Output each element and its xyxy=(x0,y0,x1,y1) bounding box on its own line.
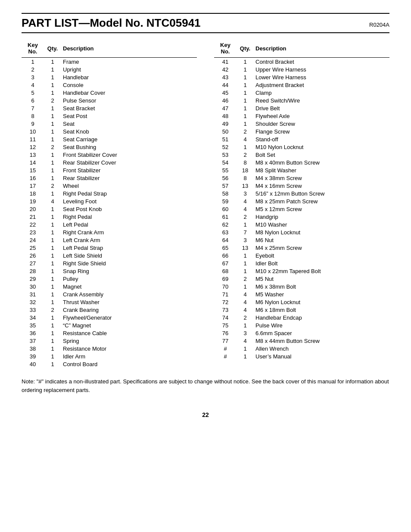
table-row: 8 1 Seat Post xyxy=(22,112,197,120)
key-no: 3 xyxy=(22,73,44,81)
table-row: 28 1 Snap Ring xyxy=(22,267,197,275)
table-row: 45 1 Clamp xyxy=(214,89,389,96)
description: Handlebar xyxy=(61,73,197,81)
qty: 1 xyxy=(44,205,61,213)
qty: 1 xyxy=(44,267,61,275)
qty: 1 xyxy=(237,81,254,89)
description: Seat Bracket xyxy=(61,104,197,112)
description: M10 Washer xyxy=(254,221,389,228)
description: M6 x 38mm Bolt xyxy=(254,283,389,290)
description: Seat Bushing xyxy=(61,143,197,151)
table-row: 54 8 M8 x 40mm Button Screw xyxy=(214,159,389,166)
key-no: 37 xyxy=(22,337,44,345)
qty: 1 xyxy=(44,252,61,259)
key-no: 50 xyxy=(214,128,237,135)
qty: 1 xyxy=(237,321,254,329)
right-header-qty: Qty. xyxy=(237,41,254,58)
qty: 2 xyxy=(44,182,61,190)
key-no: 21 xyxy=(22,213,44,221)
qty: 2 xyxy=(44,143,61,151)
key-no: 23 xyxy=(22,228,44,236)
qty: 1 xyxy=(44,244,61,252)
key-no: 13 xyxy=(22,151,44,159)
description: Idler Arm xyxy=(61,352,197,360)
description: Allen Wrench xyxy=(254,345,389,352)
table-row: 52 1 M10 Nylon Locknut xyxy=(214,143,389,151)
qty: 1 xyxy=(237,89,254,96)
table-row: 59 4 M8 x 25mm Patch Screw xyxy=(214,197,389,205)
table-row: 68 1 M10 x 22mm Tapered Bolt xyxy=(214,267,389,275)
qty: 1 xyxy=(44,190,61,197)
table-row: 26 1 Left Side Shield xyxy=(22,252,197,259)
description: M4 x 25mm Screw xyxy=(254,244,389,252)
qty: 1 xyxy=(44,298,61,306)
key-no: 24 xyxy=(22,236,44,244)
description: Frame xyxy=(61,58,197,66)
right-header-keyno: Key No. xyxy=(214,41,237,58)
table-row: 56 8 M4 x 38mm Screw xyxy=(214,174,389,182)
qty: 1 xyxy=(44,112,61,120)
key-no: 75 xyxy=(214,321,237,329)
key-no: 1 xyxy=(22,58,44,66)
table-row: 48 1 Flywheel Axle xyxy=(214,112,389,120)
table-row: 41 1 Control Bracket xyxy=(214,58,389,66)
key-no: 20 xyxy=(22,205,44,213)
key-no: 19 xyxy=(22,197,44,205)
description: Left Pedal xyxy=(61,221,197,228)
qty: 8 xyxy=(237,159,254,166)
key-no: 22 xyxy=(22,221,44,228)
table-row: 65 13 M4 x 25mm Screw xyxy=(214,244,389,252)
description: Pulse Sensor xyxy=(61,96,197,104)
qty: 2 xyxy=(237,275,254,283)
key-no: 33 xyxy=(22,306,44,314)
qty: 4 xyxy=(44,197,61,205)
key-no: 41 xyxy=(214,58,237,66)
key-no: 38 xyxy=(22,345,44,352)
key-no: 57 xyxy=(214,182,237,190)
table-row: 75 1 Pulse Wire xyxy=(214,321,389,329)
table-row: 36 1 Resistance Cable xyxy=(22,329,197,337)
qty: 4 xyxy=(237,197,254,205)
table-row: # 1 User’s Manual xyxy=(214,352,389,360)
key-no: 28 xyxy=(22,267,44,275)
description: Crank Assembly xyxy=(61,290,197,298)
description: M5 x 12mm Screw xyxy=(254,205,389,213)
key-no: 27 xyxy=(22,259,44,267)
table-row: 16 1 Rear Stabilizer xyxy=(22,174,197,182)
key-no: 53 xyxy=(214,151,237,159)
description: Front Stabilizer Cover xyxy=(61,151,197,159)
description: M6 Nylon Locknut xyxy=(254,298,389,306)
table-row: 57 13 M4 x 16mm Screw xyxy=(214,182,389,190)
table-row: 76 3 6.6mm Spacer xyxy=(214,329,389,337)
key-no: # xyxy=(214,352,237,360)
table-row: 40 1 Control Board xyxy=(22,360,197,368)
table-row: 15 1 Front Stabilizer xyxy=(22,166,197,174)
key-no: 74 xyxy=(214,314,237,321)
qty: 1 xyxy=(44,89,61,96)
key-no: 5 xyxy=(22,89,44,96)
key-no: 31 xyxy=(22,290,44,298)
description: Lower Wire Harness xyxy=(254,73,389,81)
key-no: 35 xyxy=(22,321,44,329)
qty: 4 xyxy=(237,290,254,298)
qty: 3 xyxy=(237,329,254,337)
qty: 1 xyxy=(44,314,61,321)
description: M4 x 38mm Screw xyxy=(254,174,389,182)
qty: 4 xyxy=(237,337,254,345)
table-row: 51 4 Stand-off xyxy=(214,135,389,143)
table-row: 35 1 “C” Magnet xyxy=(22,321,197,329)
key-no: 67 xyxy=(214,259,237,267)
key-no: 56 xyxy=(214,174,237,182)
qty: 1 xyxy=(237,267,254,275)
description: Handgrip xyxy=(254,213,389,221)
description: Seat Post xyxy=(61,112,197,120)
qty: 2 xyxy=(237,128,254,135)
description: Thrust Washer xyxy=(61,298,197,306)
table-row: 2 1 Upright xyxy=(22,65,197,73)
description: Drive Belt xyxy=(254,104,389,112)
table-row: 37 1 Spring xyxy=(22,337,197,345)
description: Seat Carriage xyxy=(61,135,197,143)
table-row: 60 4 M5 x 12mm Screw xyxy=(214,205,389,213)
key-no: 14 xyxy=(22,159,44,166)
description: Seat Post Knob xyxy=(61,205,197,213)
